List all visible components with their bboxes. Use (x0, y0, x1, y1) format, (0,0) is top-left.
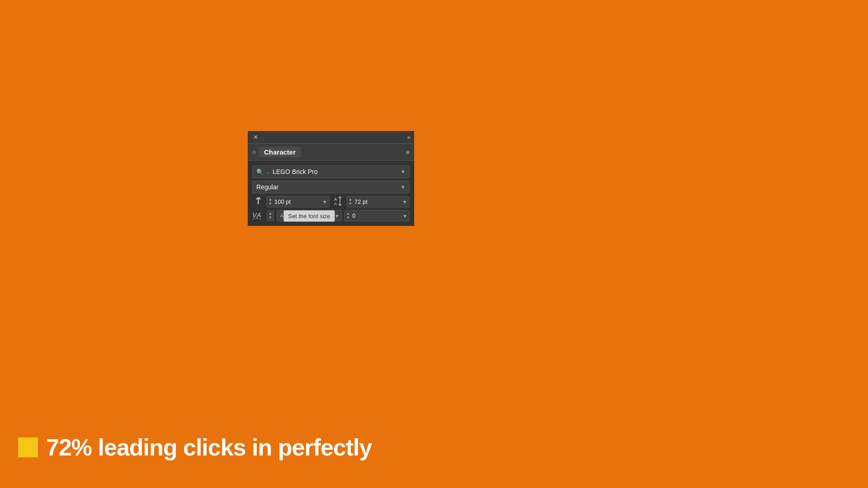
leading-icon: A A (332, 196, 344, 207)
leading-spinner[interactable]: ▲ ▼ (347, 197, 354, 206)
panel-header-left: ◇ Character (252, 147, 301, 157)
search-icon: 🔍 (256, 169, 264, 175)
kerning-icon: V A (252, 210, 264, 221)
tracking-value-dropdown-arrow[interactable]: ▼ (401, 213, 409, 219)
font-size-field[interactable]: ▲ ▼ 100 pt ▼ (267, 196, 330, 207)
leading-down-icon[interactable]: ▼ (349, 202, 352, 206)
font-size-spinner[interactable]: ▲ ▼ (267, 197, 274, 206)
kerning-up-icon[interactable]: ▲ (269, 212, 272, 216)
collapse-icon[interactable]: « (407, 134, 410, 141)
leading-up-icon[interactable]: ▲ (349, 198, 352, 202)
tracking-row: V A ▲ ▼ A Set the font size ▼ (252, 210, 410, 221)
character-panel: ✕ « ◇ Character ≡ 🔍 ⌄ LEGO Brick Pro ▼ R… (248, 131, 414, 226)
chevron-small-icon: ⌄ (266, 169, 270, 174)
tracking-value-field[interactable]: ▲ ▼ 0 ▼ (344, 210, 410, 221)
tracking-down-icon[interactable]: ▼ (346, 216, 350, 220)
svg-text:A: A (256, 211, 261, 219)
bottom-text: 72% leading clicks in perfectly (46, 434, 372, 461)
tracking-value: 0 (351, 211, 401, 221)
tracking-field[interactable]: A Set the font size ▼ (277, 210, 342, 221)
tracking-dropdown-arrow[interactable]: ▼ (333, 213, 341, 219)
font-style-dropdown[interactable]: Regular ▼ (252, 181, 410, 193)
panel-topbar: ✕ « (248, 131, 414, 144)
font-size-dropdown-arrow[interactable]: ▼ (321, 199, 329, 205)
panel-topbar-left: ✕ (251, 133, 260, 141)
diamond-icon: ◇ (252, 149, 256, 155)
tracking-up-icon[interactable]: ▲ (346, 212, 350, 216)
panel-title[interactable]: Character (259, 147, 301, 157)
kerning-down-icon[interactable]: ▼ (269, 216, 272, 220)
svg-text:A: A (334, 202, 337, 206)
tracking-label: A (277, 211, 333, 221)
bottom-label: 72% leading clicks in perfectly (18, 434, 372, 461)
leading-svg: A A (333, 196, 343, 206)
leading-field[interactable]: ▲ ▼ 72 pt ▼ (347, 196, 410, 207)
font-style-arrow-icon: ▼ (401, 184, 406, 190)
tracking-spinner[interactable]: ▲ ▼ (345, 211, 351, 221)
font-family-name: LEGO Brick Pro (273, 168, 398, 175)
font-size-up-icon[interactable]: ▲ (269, 198, 272, 202)
yellow-square (18, 437, 38, 457)
va-svg: V A (252, 210, 264, 220)
panel-header: ◇ Character ≡ (248, 144, 414, 161)
font-size-icon: T⃗ (252, 197, 264, 206)
close-icon[interactable]: ✕ (251, 133, 260, 141)
font-style-name: Regular (256, 183, 278, 191)
menu-icon[interactable]: ≡ (406, 149, 410, 156)
font-family-dropdown[interactable]: 🔍 ⌄ LEGO Brick Pro ▼ (252, 165, 410, 178)
svg-text:A: A (334, 197, 337, 202)
font-family-arrow-icon: ▼ (401, 169, 406, 174)
font-size-row: T⃗ ▲ ▼ 100 pt ▼ A A (252, 196, 410, 207)
panel-body: 🔍 ⌄ LEGO Brick Pro ▼ Regular ▼ T⃗ ▲ ▼ 10… (248, 161, 414, 226)
leading-dropdown-arrow[interactable]: ▼ (401, 199, 409, 205)
font-size-down-icon[interactable]: ▼ (269, 202, 272, 206)
kerning-spinner[interactable]: ▲ ▼ (267, 211, 274, 221)
font-size-value: 100 pt (274, 197, 321, 207)
leading-value: 72 pt (354, 197, 401, 207)
